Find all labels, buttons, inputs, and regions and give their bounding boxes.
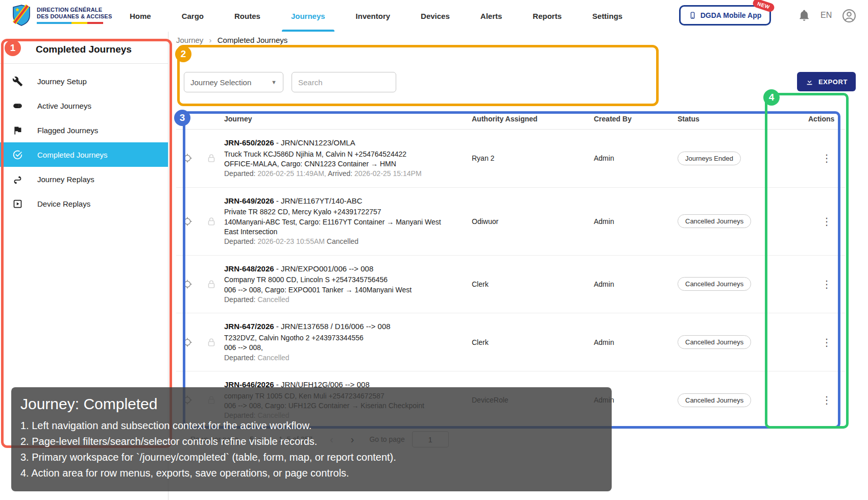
- wrench-icon: [12, 76, 23, 87]
- journey-times: Departed: Cancelled: [224, 295, 456, 305]
- status-badge: Journeys Ended: [678, 152, 741, 165]
- status-badge: Cancelled Journeys: [678, 214, 751, 228]
- journey-selection-dropdown[interactable]: Journey Selection ▼: [184, 72, 283, 92]
- locate-target-icon[interactable]: [182, 279, 193, 290]
- journey-details: JRN-650/2026 - JRN/CNN1223/OMLA Truck Tr…: [224, 138, 472, 179]
- journey-details: JRN-646/2026 - JRN/UFH12G/006 --> 008 co…: [224, 380, 472, 421]
- table-body: JRN-650/2026 - JRN/CNN1223/OMLA Truck Tr…: [176, 130, 845, 429]
- nav-tab-cargo[interactable]: Cargo: [180, 0, 206, 32]
- mobile-app-button[interactable]: DGDA Mobile App: [679, 5, 771, 26]
- sidebar-title: Completed Journeys: [0, 32, 168, 63]
- main-nav: HomeCargoRoutesJourneysInventoryDevicesA…: [128, 0, 624, 32]
- journey-times: Departed: 2026-02-23 10:55AM Cancelled: [224, 237, 456, 246]
- created-by: Admin: [594, 396, 678, 404]
- col-created-by: Created By: [594, 115, 678, 123]
- col-actions: Actions: [808, 115, 845, 123]
- journey-cargo: 006 --> 008, Cargo: UFH12G Container → K…: [224, 401, 456, 411]
- journey-details: JRN-648/2026 - JRN/EXPO001/006 --> 008 C…: [224, 264, 472, 305]
- sidebar-item-completed-journeys[interactable]: Completed Journeys: [0, 142, 168, 167]
- col-journey: Journey: [224, 115, 472, 123]
- sidebar-item-label: Device Replays: [37, 199, 90, 208]
- sidebar-item-label: Completed Journeys: [37, 151, 108, 159]
- lock-icon: [206, 216, 217, 227]
- row-actions-kebab-icon[interactable]: ⋮: [817, 152, 836, 164]
- sidebar: Completed Journeys Journey SetupActive J…: [0, 32, 168, 500]
- top-navigation: DIRECTION GÉNÉRALE DES DOUANES & ACCISES…: [0, 0, 868, 32]
- sidebar-menu: Journey SetupActive JourneysFlagged Jour…: [0, 69, 168, 216]
- rows-per-page-select[interactable]: 5 ▼: [250, 435, 262, 443]
- locate-target-icon[interactable]: [182, 394, 193, 406]
- journey-cargo: 006 --> 008, Cargo: EXPO001 Tanker → 140…: [224, 285, 456, 295]
- search-input[interactable]: [292, 72, 396, 92]
- journey-selection-label: Journey Selection: [190, 78, 251, 87]
- language-selector[interactable]: EN: [821, 11, 832, 20]
- table-row[interactable]: JRN-649/2026 - JRN/E1167YT/140-ABC Priva…: [176, 188, 845, 256]
- goto-page-input[interactable]: [412, 431, 449, 447]
- authority-assigned: Odiwuor: [472, 217, 594, 226]
- row-actions-kebab-icon[interactable]: ⋮: [817, 215, 836, 228]
- mobile-app-label: DGDA Mobile App: [701, 11, 762, 19]
- row-actions-kebab-icon[interactable]: ⋮: [817, 336, 836, 348]
- locate-target-icon[interactable]: [182, 153, 193, 164]
- previous-page-button[interactable]: ‹: [330, 434, 333, 445]
- pagination-bar: Rows per page 5 ▼ 1–5 of 357 ‹ › Go to p…: [190, 431, 449, 448]
- breadcrumb-parent[interactable]: Journey: [176, 36, 203, 44]
- sidebar-item-label: Journey Replays: [37, 175, 94, 184]
- table-row[interactable]: JRN-650/2026 - JRN/CNN1223/OMLA Truck Tr…: [176, 130, 845, 188]
- chevron-down-icon: ▼: [271, 79, 277, 85]
- journey-vehicle: Company TR 8000 CD, Lincoln S +254734575…: [224, 275, 456, 285]
- route-icon: [12, 174, 23, 185]
- created-by: Admin: [594, 338, 678, 346]
- account-avatar-icon[interactable]: [841, 8, 857, 23]
- authority-assigned: DeviceRole: [472, 396, 594, 404]
- sidebar-item-label: Active Journeys: [37, 102, 91, 110]
- sidebar-item-flagged-journeys[interactable]: Flagged Journeys: [0, 118, 168, 142]
- chevron-down-icon: ▼: [257, 437, 262, 442]
- journey-ref: - JRN/UFH12G/006 --> 008: [274, 380, 370, 389]
- nav-tab-inventory[interactable]: Inventory: [354, 0, 393, 32]
- journey-vehicle: company TR 1005 CD, Ken Muli +2547234672…: [224, 391, 456, 401]
- journey-vehicle: Private TR 8822 CD, Mercy Kyalo +2439172…: [224, 207, 456, 217]
- sidebar-divider: [0, 63, 168, 64]
- breadcrumb: Journey › Completed Journeys: [176, 36, 287, 44]
- play-square-icon: [12, 198, 23, 209]
- sidebar-item-journey-replays[interactable]: Journey Replays: [0, 167, 168, 191]
- rows-per-page-value: 5: [250, 435, 254, 443]
- created-by: Admin: [594, 280, 678, 288]
- nav-tab-reports[interactable]: Reports: [531, 0, 564, 32]
- nav-tab-alerts[interactable]: Alerts: [478, 0, 504, 32]
- pagination-range: 1–5 of 357: [279, 435, 312, 443]
- journey-cargo: OFFICE-MALAA, Cargo: CNN1223 Container →…: [224, 159, 456, 169]
- notifications-bell-icon[interactable]: [798, 9, 811, 22]
- table-row[interactable]: JRN-647/2026 - JRN/E137658 / D16/006 -->…: [176, 313, 845, 371]
- journey-cargo: 140Manyani-ABC Test, Cargo: E1167YT Cont…: [224, 217, 456, 237]
- logo-line-2: DES DOUANES & ACCISES: [37, 13, 112, 20]
- export-label: EXPORT: [818, 78, 848, 86]
- table-row[interactable]: JRN-648/2026 - JRN/EXPO001/006 --> 008 C…: [176, 256, 845, 314]
- journey-id: JRN-647/2026: [224, 322, 274, 331]
- nav-tab-home[interactable]: Home: [128, 0, 153, 32]
- sidebar-item-active-journeys[interactable]: Active Journeys: [0, 93, 168, 118]
- sidebar-item-journey-setup[interactable]: Journey Setup: [0, 69, 168, 93]
- export-button[interactable]: EXPORT: [797, 72, 856, 91]
- sidebar-item-device-replays[interactable]: Device Replays: [0, 191, 168, 216]
- table-row[interactable]: JRN-646/2026 - JRN/UFH12G/006 --> 008 co…: [176, 371, 845, 430]
- row-actions-kebab-icon[interactable]: ⋮: [817, 278, 836, 290]
- journey-id: JRN-648/2026: [224, 264, 274, 273]
- lock-icon: [206, 153, 217, 164]
- journey-id: JRN-646/2026: [224, 380, 274, 389]
- lock-icon: [206, 394, 217, 406]
- lock-icon: [206, 337, 217, 348]
- nav-tab-journeys[interactable]: Journeys: [289, 0, 327, 32]
- journey-vehicle: Truck Truck KCJ586D Njihia M, Calvin N +…: [224, 149, 456, 159]
- row-actions-kebab-icon[interactable]: ⋮: [817, 394, 836, 406]
- locate-target-icon[interactable]: [182, 216, 193, 227]
- sidebar-item-label: Flagged Journeys: [37, 126, 98, 135]
- nav-tab-settings[interactable]: Settings: [590, 0, 624, 32]
- annotation-badge-4: 4: [763, 89, 780, 106]
- next-page-button[interactable]: ›: [351, 434, 354, 445]
- nav-tab-routes[interactable]: Routes: [232, 0, 262, 32]
- shield-emblem-icon: [11, 4, 32, 27]
- locate-target-icon[interactable]: [182, 337, 193, 348]
- nav-tab-devices[interactable]: Devices: [419, 0, 452, 32]
